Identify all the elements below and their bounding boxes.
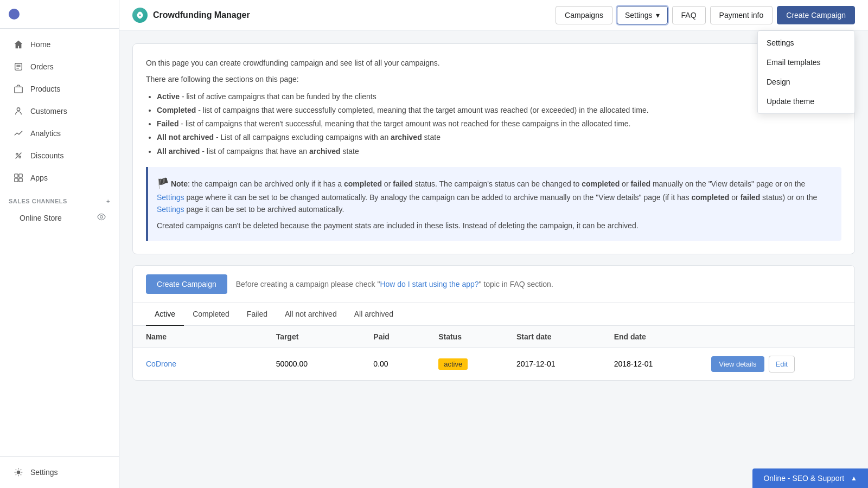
tab-all-archived[interactable]: All archived [346,303,402,326]
tab-completed[interactable]: Completed [184,303,238,326]
edit-button[interactable]: Edit [769,356,795,373]
sidebar-item-orders[interactable]: Orders [4,56,114,78]
sidebar-item-customers[interactable]: Customers [4,100,114,122]
section-completed: Completed - list of campaigns that were … [157,104,841,117]
settings-btn-label: Settings [625,11,653,20]
sales-channels-section: SALES CHANNELS + [0,189,119,208]
section-active: Active - list of active campaigns that c… [157,90,841,104]
col-start-date: Start date [516,332,614,341]
campaign-hint: Before creating a campaign please check … [236,280,553,288]
tab-all-not-archived[interactable]: All not archived [276,303,346,326]
sidebar-logo [0,0,119,29]
campaign-tabs: Active Completed Failed All not archived… [133,303,854,326]
sidebar-item-analytics[interactable]: Analytics [4,123,114,144]
status-badge: active [438,358,468,370]
svg-rect-11 [15,178,18,182]
online-store-label: Online Store [20,214,62,222]
info-card: On this page you can create crowdfunding… [132,43,855,254]
settings-dropdown-menu: Settings Email templates Design Update t… [757,30,855,114]
col-name: Name [146,332,276,341]
shopify-logo-icon [9,9,20,20]
payment-info-button[interactable]: Payment info [710,6,773,24]
create-campaign-button[interactable]: Create Campaign [146,274,227,294]
svg-rect-9 [15,174,18,177]
svg-rect-4 [15,87,22,93]
info-intro2: There are following the sections on this… [146,73,841,85]
sidebar-item-analytics-label: Analytics [30,129,61,138]
tab-active[interactable]: Active [146,303,184,326]
sidebar-item-settings[interactable]: Settings [4,461,114,483]
sidebar-nav: Home Orders Products Customers Analytics [0,29,119,456]
products-icon [13,84,24,94]
dropdown-item-email-templates[interactable]: Email templates [758,53,854,72]
sidebar-item-apps-label: Apps [30,174,48,182]
section-failed: Failed - list of campaigns that weren't … [157,117,841,131]
campaign-status: active [438,358,516,370]
dropdown-item-update-theme[interactable]: Update theme [758,92,854,111]
section-all-not-archived: All not archived - List of all campaigns… [157,131,841,144]
campaigns-button[interactable]: Campaigns [556,6,612,24]
sidebar-item-customers-label: Customers [30,107,67,115]
settings-dropdown-button[interactable]: Settings ▾ [617,6,668,24]
app-title: Crowdfunding Manager [153,10,250,20]
sidebar-item-apps[interactable]: Apps [4,167,114,189]
orders-icon [13,61,24,72]
sidebar-item-products[interactable]: Products [4,78,114,100]
chevron-down-icon: ▾ [656,11,660,20]
sidebar: Home Orders Products Customers Analytics [0,0,119,488]
discounts-icon [13,150,24,161]
analytics-icon [13,128,24,139]
settings-icon [13,467,24,478]
col-actions [711,332,841,341]
campaign-paid: 0.00 [373,359,438,368]
sidebar-item-online-store[interactable]: Online Store [4,208,114,227]
svg-point-7 [19,156,21,158]
eye-icon [97,213,106,223]
view-details-button[interactable]: View details [711,356,764,372]
svg-point-5 [17,108,20,111]
note-paragraph-1: 🏴 Note: the campaign can be archived onl… [157,176,833,216]
sidebar-item-discounts[interactable]: Discounts [4,145,114,166]
svg-rect-12 [19,178,22,182]
sales-channels-label: SALES CHANNELS [9,198,67,204]
svg-point-13 [100,216,103,219]
tab-failed[interactable]: Failed [238,303,276,326]
chat-widget-chevron-icon: ▲ [851,474,857,482]
chat-widget[interactable]: Online - SEO & Support ▲ [752,468,868,488]
apps-icon [13,172,24,183]
svg-rect-10 [19,174,22,177]
faq-button[interactable]: FAQ [672,6,706,24]
main-content: On this page you can create crowdfunding… [119,30,868,488]
table-header: Name Target Paid Status Start date End d… [133,326,854,348]
dropdown-item-settings[interactable]: Settings [758,33,854,53]
home-icon [13,39,24,50]
topbar-actions: Campaigns Settings ▾ FAQ Payment info Cr… [556,6,855,24]
note-paragraph-2: Created campaigns can't be deleted becau… [157,220,833,232]
dropdown-item-design[interactable]: Design [758,72,854,92]
create-campaign-top-button[interactable]: Create Campaign [777,6,855,24]
campaign-table: Name Target Paid Status Start date End d… [133,326,854,380]
sidebar-item-products-label: Products [30,85,60,93]
table-row: CoDrone 50000.00 0.00 active 2017-12-01 … [133,348,854,380]
sidebar-settings-label: Settings [30,468,58,477]
sidebar-item-discounts-label: Discounts [30,151,63,160]
add-sales-channel-icon[interactable]: + [106,198,110,204]
col-status: Status [438,332,516,341]
main-area: Crowdfunding Manager Campaigns Settings … [119,0,868,488]
sidebar-item-home[interactable]: Home [4,34,114,55]
campaign-target: 50000.00 [276,359,374,368]
campaign-card-header: Create Campaign Before creating a campai… [133,266,854,303]
campaign-card: Create Campaign Before creating a campai… [132,265,855,381]
campaign-name-link[interactable]: CoDrone [146,359,176,368]
app-logo-icon [132,8,148,23]
col-end-date: End date [614,332,712,341]
sidebar-item-orders-label: Orders [30,62,54,71]
svg-point-6 [16,153,18,156]
settings-link-1[interactable]: Settings [157,193,184,202]
chat-widget-label: Online - SEO & Support [763,474,844,483]
section-all-archived: All archived - list of campaigns that ha… [157,145,841,158]
settings-link-2[interactable]: Settings [157,205,184,214]
topbar-left: Crowdfunding Manager [132,8,250,23]
note-box: 🏴 Note: the campaign can be archived onl… [146,167,841,241]
faq-link[interactable]: How do I start using the app? [380,280,478,288]
